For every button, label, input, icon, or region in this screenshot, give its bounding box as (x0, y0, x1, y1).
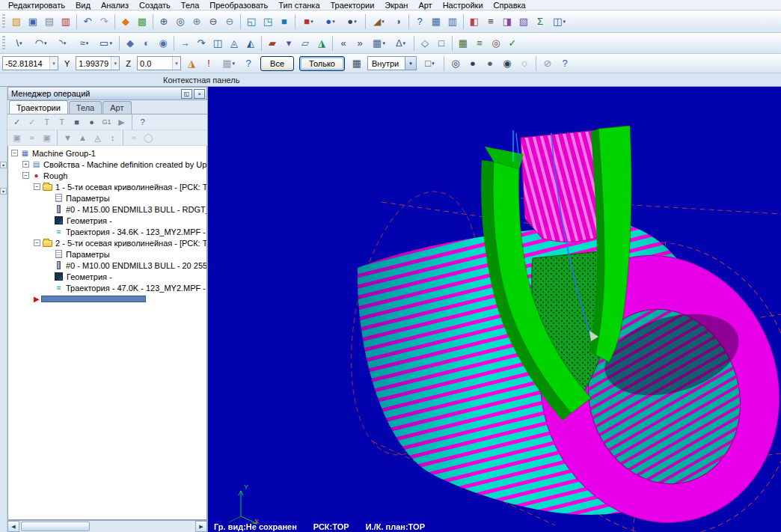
tree-item[interactable]: Геометрия - (8, 215, 206, 226)
select-result-button[interactable]: ◎ (447, 55, 464, 72)
fit-screen-button[interactable]: ◱ (243, 13, 260, 30)
post-process-button[interactable]: G1 (99, 115, 114, 129)
toolpath-drill-button[interactable]: ▾ (281, 35, 297, 52)
hide-toolpath-button[interactable]: ≈ (126, 131, 141, 144)
sketch-arc-button[interactable]: ◠▾ (30, 35, 52, 52)
gview-side-button[interactable]: ▥ (444, 13, 461, 30)
xform-translate-button[interactable]: → (177, 35, 193, 52)
menu-item-12[interactable]: Справка (488, 1, 531, 10)
wcs-menu-button[interactable]: ≡ (471, 35, 488, 52)
y-coordinate-label[interactable]: Y (61, 59, 73, 68)
no-display-button[interactable]: ◯ (141, 131, 156, 144)
z-coordinate-label[interactable]: Z (122, 59, 135, 68)
zoom-out-button[interactable]: ⊖ (221, 13, 238, 30)
zoom-in-button[interactable]: ⊕ (189, 13, 205, 30)
tab-тела[interactable]: Тела (69, 101, 102, 114)
print-button[interactable]: ▤ (41, 13, 58, 30)
chevron-down-icon[interactable]: ▾ (172, 57, 180, 70)
gview-iso-button[interactable]: ◇ (417, 35, 433, 52)
menu-item-2[interactable]: Вид (70, 1, 96, 10)
e-options-button[interactable]: ◫▾ (548, 13, 570, 30)
lock-operation-button[interactable]: ▣ (10, 131, 24, 144)
menu-item-4[interactable]: Создать (134, 1, 176, 10)
cursor-image-button[interactable]: ▦▾ (218, 55, 239, 72)
xform-offset-button[interactable]: ◬ (226, 35, 242, 52)
tree-item[interactable]: −2 - 5-ти осевая криволинейная - [РСК: T (8, 237, 206, 248)
tree-item[interactable]: ≈Траектория - 47.0K - 123_MY2.MPF - (8, 282, 206, 293)
undo-button[interactable]: ↶ (79, 13, 96, 30)
insert-arrow-row[interactable]: ▶ (8, 293, 206, 305)
blank-screen-button[interactable]: ■ (276, 13, 293, 30)
select-only-button[interactable]: Только (299, 56, 345, 71)
collapse-box-icon[interactable]: − (22, 172, 29, 179)
insert-above-button[interactable]: ◬ (91, 131, 105, 144)
plane-manager-button[interactable]: ▦ (455, 35, 471, 52)
redo-button[interactable]: ↷ (96, 13, 112, 30)
menu-item-10[interactable]: Арт (413, 1, 437, 10)
x-coordinate-input[interactable] (3, 58, 49, 70)
solid-extrude-button[interactable]: ◆ (122, 35, 138, 52)
report-button[interactable]: ▥ (58, 13, 74, 30)
gview-front-button[interactable]: ▦ (428, 13, 444, 30)
select-all-button[interactable]: Все (260, 56, 294, 71)
horizontal-scrollbar[interactable]: ◀ ▶ (7, 520, 207, 532)
tree-item[interactable]: #0 - M10.00 ENDMILL3 BULL - 20 2555 (8, 260, 206, 271)
toggle-toolpath-display-button[interactable]: ≈ (25, 131, 39, 144)
color-selector-button[interactable]: ■▾ (298, 13, 319, 30)
scrollbar-thumb[interactable] (21, 522, 90, 531)
material-brush-button[interactable]: ◢▾ (368, 13, 390, 30)
docked-toolbar-overflow-1[interactable]: ▾ (0, 162, 7, 168)
shading-mode-button[interactable]: ◑ (390, 13, 406, 30)
collapse-box-icon[interactable]: − (34, 183, 40, 190)
quick-mask-grid-button[interactable]: ▦ (349, 55, 365, 72)
sketch-spline-button[interactable]: ≈▾ (73, 35, 95, 52)
z-coordinate-input[interactable] (138, 58, 172, 70)
operations-help-button[interactable]: ? (135, 115, 150, 129)
expand-box-icon[interactable]: + (22, 161, 29, 168)
solid-revolve-button[interactable]: ◐ (138, 35, 155, 52)
highfeed-button[interactable]: ▶ (114, 115, 129, 129)
tree-item[interactable]: −1 - 5-ти осевая криволинейная - [РСК: T (8, 181, 206, 192)
z-depth-button[interactable]: ◨ (499, 13, 515, 30)
xform-rotate-button[interactable]: ↷ (193, 35, 209, 52)
collapse-box-icon[interactable]: − (34, 239, 40, 246)
sketch-fillet-button[interactable]: ◝▾ (52, 35, 73, 52)
menu-item-5[interactable]: Тела (176, 1, 204, 10)
gview-top-button[interactable]: □ (433, 35, 450, 52)
tree-item[interactable]: ≈Траектория - 34.6K - 123_MY2.MPF - (8, 226, 206, 237)
select-undo-button[interactable]: ◌ (516, 55, 533, 72)
toolpath-surface-button[interactable]: ◮ (313, 35, 330, 52)
menu-item-1[interactable]: Редактировать (3, 1, 70, 10)
selection-help-button[interactable]: ? (557, 55, 573, 72)
menu-item-7[interactable]: Тип станка (273, 1, 325, 10)
graphics-viewport[interactable]: Y X Гр. вид:Не сохраненРСК:TOPИ./К. план… (208, 87, 781, 532)
inside-select[interactable]: Внутри ▾ (367, 56, 417, 70)
xform-mirror-button[interactable]: ◫ (209, 35, 226, 52)
level-manager-button[interactable]: ≡ (483, 13, 499, 30)
scroll-insert-button[interactable]: ↕ (105, 131, 120, 144)
zoom-target-button[interactable]: ◎ (172, 13, 189, 30)
autocursor-help-button[interactable]: ? (240, 55, 257, 72)
operations-manager-titlebar[interactable]: Менеджер операций ◱ × (7, 87, 207, 100)
menu-item-11[interactable]: Настройки (438, 1, 488, 10)
verify-button[interactable]: ● (85, 115, 99, 129)
clear-selection-button[interactable]: ⊘ (539, 55, 556, 72)
open-file-button[interactable]: ▨ (8, 13, 25, 30)
regen-selected-button[interactable]: T (40, 115, 54, 129)
insert-position-bar[interactable] (41, 296, 146, 302)
sketch-shape-button[interactable]: ▭▾ (95, 35, 117, 52)
delta-tolerance-button[interactable]: Δ▾ (390, 35, 411, 52)
zoom-previous-button[interactable]: ⊖ (205, 13, 221, 30)
insert-arrow-icon[interactable]: ▶ (34, 295, 40, 303)
menu-item-3[interactable]: Анализ (96, 1, 134, 10)
tree-item[interactable]: −▦Machine Group-1 (8, 147, 206, 159)
misc-values-button[interactable]: ✓ (504, 35, 521, 52)
guess-warning-button[interactable]: ! (200, 55, 217, 72)
delete-entity-button[interactable]: ◆ (117, 13, 134, 30)
chevron-down-icon[interactable]: ▾ (405, 57, 416, 70)
scrollbar-track[interactable] (19, 521, 195, 532)
select-mask-button[interactable]: ● (482, 55, 498, 72)
entity-attributes-toggle-button[interactable]: ◧ (466, 13, 483, 30)
toolbar-grip[interactable] (2, 14, 5, 29)
backplot-start-button[interactable]: « (335, 35, 352, 52)
